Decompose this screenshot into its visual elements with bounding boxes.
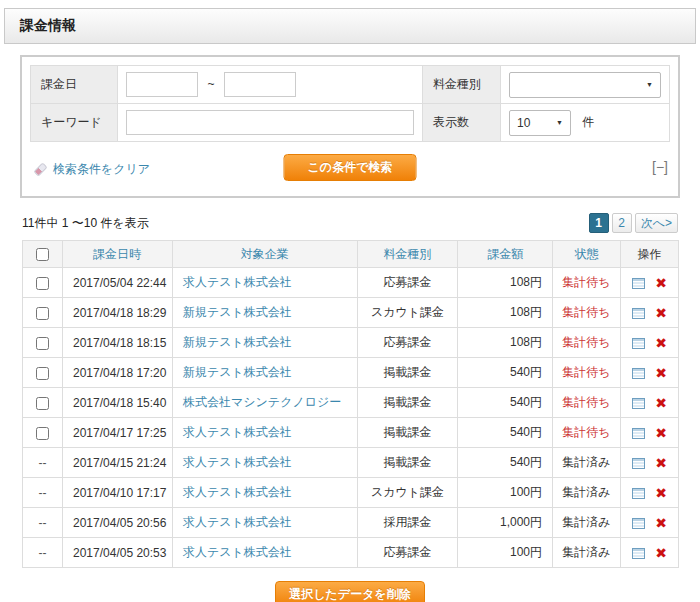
table-row: 2017/04/18 18:29 新規テスト株式会社 スカウト課金 108円 集… xyxy=(23,298,679,328)
keyword-label: キーワード xyxy=(31,104,118,142)
table-row: 2017/04/18 17:20 新規テスト株式会社 掲載課金 540円 集計待… xyxy=(23,358,679,388)
clear-search-link[interactable]: 検索条件をクリア xyxy=(34,161,150,178)
company-link[interactable]: 求人テスト株式会社 xyxy=(183,425,292,439)
company-link[interactable]: 新規テスト株式会社 xyxy=(183,335,292,349)
detail-icon[interactable] xyxy=(632,338,645,349)
results-row: 11件中 1 〜10 件を表示 1 2 次へ> xyxy=(22,213,678,233)
delete-row-icon[interactable]: ✖ xyxy=(655,515,667,531)
row-select-slot xyxy=(36,425,49,439)
status-badge: 集計済み xyxy=(553,508,621,538)
amount-value: 100円 xyxy=(458,538,553,568)
status-badge: 集計待ち xyxy=(553,268,621,298)
company-link[interactable]: 新規テスト株式会社 xyxy=(183,365,292,379)
delete-row-icon[interactable]: ✖ xyxy=(655,335,667,351)
row-checkbox[interactable] xyxy=(36,277,49,290)
detail-icon[interactable] xyxy=(632,308,645,319)
row-select-slot: -- xyxy=(39,516,47,530)
detail-icon[interactable] xyxy=(632,368,645,379)
row-checkbox[interactable] xyxy=(36,337,49,350)
chevron-down-icon: ▼ xyxy=(556,119,563,126)
collapse-panel-toggle[interactable]: [−] xyxy=(652,159,668,175)
company-link[interactable]: 求人テスト株式会社 xyxy=(183,455,292,469)
status-badge: 集計済み xyxy=(553,538,621,568)
status-badge: 集計待ち xyxy=(553,388,621,418)
row-checkbox[interactable] xyxy=(36,427,49,440)
billing-table-body: 2017/05/04 22:44 求人テスト株式会社 応募課金 108円 集計待… xyxy=(23,268,679,568)
sort-fee-type-header[interactable]: 料金種別 xyxy=(384,247,432,261)
chevron-down-icon: ▼ xyxy=(646,81,653,88)
company-link[interactable]: 求人テスト株式会社 xyxy=(183,485,292,499)
status-badge: 集計待ち xyxy=(553,298,621,328)
detail-icon[interactable] xyxy=(632,278,645,289)
company-link[interactable]: 新規テスト株式会社 xyxy=(183,305,292,319)
amount-value: 100円 xyxy=(458,478,553,508)
company-link[interactable]: 求人テスト株式会社 xyxy=(183,545,292,559)
billing-datetime: 2017/04/18 18:15 xyxy=(63,328,173,358)
table-row: 2017/04/17 17:25 求人テスト株式会社 掲載課金 540円 集計待… xyxy=(23,418,679,448)
detail-icon[interactable] xyxy=(632,488,645,499)
keyword-input[interactable] xyxy=(126,110,414,135)
table-row: 2017/04/18 18:15 新規テスト株式会社 応募課金 108円 集計待… xyxy=(23,328,679,358)
delete-row-icon[interactable]: ✖ xyxy=(655,365,667,381)
billing-datetime: 2017/04/05 20:53 xyxy=(63,538,173,568)
page-2-button[interactable]: 2 xyxy=(612,213,632,233)
delete-row-icon[interactable]: ✖ xyxy=(655,305,667,321)
fee-type-value: 掲載課金 xyxy=(358,388,458,418)
page-1-button[interactable]: 1 xyxy=(589,213,609,233)
pagination: 1 2 次へ> xyxy=(589,213,678,233)
row-select-slot xyxy=(36,305,49,319)
display-count-select[interactable]: 10 ▼ xyxy=(509,110,571,136)
billing-datetime: 2017/04/18 15:40 xyxy=(63,388,173,418)
billing-datetime: 2017/04/15 21:24 xyxy=(63,448,173,478)
row-checkbox[interactable] xyxy=(36,397,49,410)
select-all-checkbox[interactable] xyxy=(36,248,49,261)
keyword-cell xyxy=(118,104,423,142)
display-count-label: 表示数 xyxy=(423,104,501,142)
amount-value: 540円 xyxy=(458,418,553,448)
delete-row-icon[interactable]: ✖ xyxy=(655,455,667,471)
detail-icon[interactable] xyxy=(632,458,645,469)
billing-datetime: 2017/04/18 18:29 xyxy=(63,298,173,328)
delete-row-icon[interactable]: ✖ xyxy=(655,425,667,441)
table-header-row: 課金日時 対象企業 料金種別 課金額 状態 操作 xyxy=(23,241,679,268)
sort-amount-header[interactable]: 課金額 xyxy=(488,247,524,261)
fee-type-value: 掲載課金 xyxy=(358,418,458,448)
row-select-slot xyxy=(36,365,49,379)
fee-type-value: 応募課金 xyxy=(358,328,458,358)
search-button[interactable]: この条件で検索 xyxy=(284,154,417,181)
sort-datetime-header[interactable]: 課金日時 xyxy=(93,247,141,261)
delete-row-icon[interactable]: ✖ xyxy=(655,275,667,291)
table-row: -- 2017/04/15 21:24 求人テスト株式会社 掲載課金 540円 … xyxy=(23,448,679,478)
delete-row-icon[interactable]: ✖ xyxy=(655,485,667,501)
sort-status-header[interactable]: 状態 xyxy=(575,247,599,261)
date-from-input[interactable] xyxy=(126,72,198,97)
status-badge: 集計済み xyxy=(553,478,621,508)
delete-selected-button[interactable]: 選択したデータを削除 xyxy=(275,581,425,602)
detail-icon[interactable] xyxy=(632,548,645,559)
fee-type-select[interactable]: ▼ xyxy=(509,72,661,98)
status-badge: 集計待ち xyxy=(553,358,621,388)
fee-type-value: 採用課金 xyxy=(358,508,458,538)
fee-type-cell: ▼ xyxy=(501,66,670,104)
results-summary: 11件中 1 〜10 件を表示 xyxy=(22,215,149,232)
detail-icon[interactable] xyxy=(632,398,645,409)
search-panel: 課金日 ~ 料金種別 ▼ キーワード 表示数 10 xyxy=(20,55,680,198)
company-link[interactable]: 求人テスト株式会社 xyxy=(183,515,292,529)
sort-company-header[interactable]: 対象企業 xyxy=(241,247,289,261)
detail-icon[interactable] xyxy=(632,518,645,529)
amount-value: 1,000円 xyxy=(458,508,553,538)
company-link[interactable]: 求人テスト株式会社 xyxy=(183,275,292,289)
company-link[interactable]: 株式会社マシンテクノロジー xyxy=(183,395,341,409)
fee-type-value: 掲載課金 xyxy=(358,448,458,478)
date-to-input[interactable] xyxy=(224,72,296,97)
delete-row-icon[interactable]: ✖ xyxy=(655,395,667,411)
fee-type-value: スカウト課金 xyxy=(358,298,458,328)
next-page-button[interactable]: 次へ> xyxy=(635,213,678,233)
row-checkbox[interactable] xyxy=(36,307,49,320)
delete-row-icon[interactable]: ✖ xyxy=(655,545,667,561)
page-title: 課金情報 xyxy=(4,8,696,44)
detail-icon[interactable] xyxy=(632,428,645,439)
row-select-slot xyxy=(36,395,49,409)
table-row: -- 2017/04/05 20:53 求人テスト株式会社 応募課金 100円 … xyxy=(23,538,679,568)
row-checkbox[interactable] xyxy=(36,367,49,380)
